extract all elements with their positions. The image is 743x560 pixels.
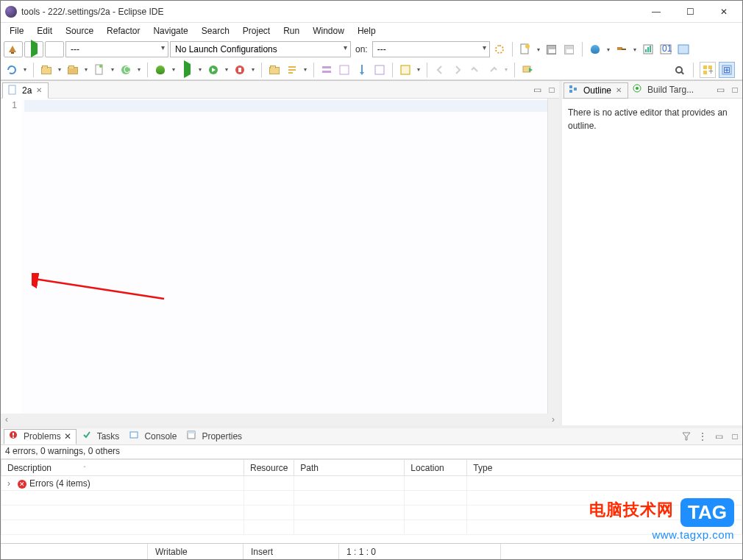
tab-tasks[interactable]: Tasks [78,429,124,444]
build-hammer-dropdown[interactable]: ▾ [631,46,639,53]
menu-help[interactable]: Help [352,24,382,38]
new-button[interactable] [517,41,533,57]
run-config-combo[interactable] [65,41,168,57]
toggle-mark-button[interactable] [336,62,352,78]
col-type[interactable]: Type [467,460,742,476]
target-icon [633,84,644,96]
run-last-dropdown[interactable]: ▾ [196,66,204,73]
nav-up-button[interactable] [467,62,483,78]
open-perspective-button[interactable]: + [700,62,716,78]
restore-button[interactable] [4,62,20,78]
toggle-word-wrap-button[interactable] [372,62,388,78]
launch-config-combo[interactable] [170,41,351,57]
run-last-button[interactable] [179,62,195,78]
menu-navigate[interactable]: Navigate [147,24,193,38]
pin-editor-button[interactable] [519,62,536,78]
debug-button[interactable] [152,62,168,78]
pin-button[interactable] [354,62,370,78]
new-folder-button[interactable] [65,62,81,78]
search-button[interactable] [284,62,300,78]
menu-window[interactable]: Window [307,24,350,38]
quick-access-button[interactable] [671,62,687,78]
tab-console[interactable]: Console [125,429,181,444]
ext-tools-dropdown[interactable]: ▾ [249,66,257,73]
minimize-button[interactable]: — [639,1,673,23]
editor-horizontal-scrollbar[interactable]: ‹ › [1,414,559,425]
tab-problems[interactable]: Problems ✕ [4,429,77,444]
editor-tab-2a[interactable]: 2a ✕ [2,82,49,99]
debug-dropdown[interactable]: ▾ [605,46,612,53]
build-hammer-button[interactable] [614,41,630,57]
new-project-button[interactable] [38,62,54,78]
binary-view-button[interactable]: 010 [658,41,674,57]
build-button[interactable] [4,41,23,57]
restore-dropdown[interactable]: ▾ [21,66,29,73]
build-targets-tab[interactable]: Build Targ... [628,82,698,97]
col-description[interactable]: Description ˆ [1,460,244,476]
menu-search[interactable]: Search [196,24,235,38]
ext-tools-button[interactable] [232,62,248,78]
col-resource[interactable]: Resource [244,460,294,476]
close-button[interactable]: ✕ [707,1,741,23]
col-location[interactable]: Location [405,460,467,476]
new-project-dropdown[interactable]: ▾ [56,66,63,73]
filter-icon[interactable] [680,430,692,442]
new-folder-dropdown[interactable]: ▾ [82,66,90,73]
profile-button[interactable] [640,41,656,57]
save-all-button[interactable] [561,41,577,57]
toggle-breadcrumb-button[interactable] [319,62,335,78]
cpp-perspective-button[interactable]: ⊞ [719,62,735,78]
menu-run[interactable]: Run [277,24,305,38]
debug-dropdown-button[interactable] [587,41,603,57]
open-type-button[interactable] [675,41,692,57]
coverage-dropdown[interactable]: ▾ [223,66,230,73]
bottom-maximize-icon[interactable]: □ [729,430,741,442]
new-class-dropdown[interactable]: ▾ [135,66,143,73]
scroll-left-icon[interactable]: ‹ [1,414,13,425]
close-problems-icon[interactable]: ✕ [64,431,71,442]
col-path[interactable]: Path [294,460,405,476]
maximize-button[interactable]: ☐ [673,1,707,23]
step-filters-button[interactable] [397,62,413,78]
problems-table[interactable]: Description ˆ Resource Path Location Typ… [1,458,742,543]
outline-minimize-icon[interactable]: ▭ [714,84,726,96]
editor-body[interactable]: 1 [1,99,559,414]
tab-properties[interactable]: Properties [182,429,246,444]
run-button[interactable] [24,41,43,57]
close-tab-icon[interactable]: ✕ [35,86,43,94]
launch-target-combo[interactable] [372,41,490,57]
new-dropdown[interactable]: ▾ [535,46,542,53]
minimize-view-icon[interactable]: ▭ [531,84,543,96]
step-filters-dropdown[interactable]: ▾ [415,66,422,73]
coverage-button[interactable] [205,62,221,78]
new-class-button[interactable]: C [118,62,134,78]
stop-button[interactable] [45,41,64,57]
launch-settings-button[interactable] [491,41,508,57]
open-task-button[interactable] [266,62,282,78]
menu-edit[interactable]: Edit [31,24,58,38]
search-dropdown[interactable]: ▾ [302,66,309,73]
menu-file[interactable]: File [4,24,29,38]
nav-forward-button[interactable] [449,62,466,78]
new-file-dropdown[interactable]: ▾ [109,66,116,73]
nav-last-edit-dropdown[interactable]: ▾ [502,66,510,73]
debug-button-dropdown[interactable]: ▾ [170,66,177,73]
bottom-minimize-icon[interactable]: ▭ [713,430,725,442]
table-row[interactable]: ›✕Errors (4 items) [1,476,742,491]
outline-maximize-icon[interactable]: □ [729,84,741,96]
scroll-right-icon[interactable]: › [547,414,559,425]
nav-last-edit-button[interactable] [485,62,501,78]
menu-source[interactable]: Source [60,24,99,38]
editor-text-area[interactable] [21,99,547,414]
view-menu-icon[interactable]: ⋮ [697,430,708,442]
outline-tab[interactable]: Outline ✕ [564,82,628,99]
new-file-button[interactable] [91,62,107,78]
nav-back-button[interactable] [432,62,448,78]
editor-vertical-scrollbar[interactable] [547,99,559,414]
maximize-view-icon[interactable]: □ [546,84,558,96]
close-outline-icon[interactable]: ✕ [614,86,623,94]
save-button[interactable] [544,41,560,57]
expand-icon[interactable]: › [7,478,15,489]
menu-project[interactable]: Project [237,24,276,38]
menu-refactor[interactable]: Refactor [101,24,146,38]
